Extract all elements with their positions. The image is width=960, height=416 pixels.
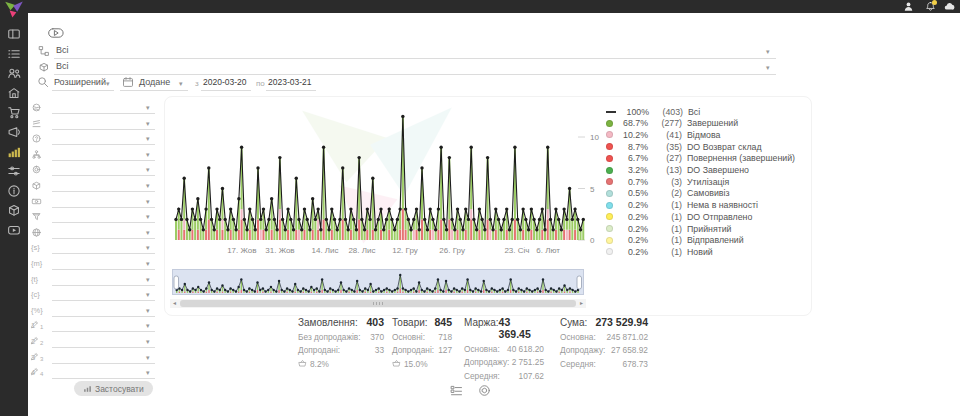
chevron-down-icon[interactable]: ▾: [146, 244, 150, 251]
stat-sub-label: Допродані:: [392, 345, 434, 355]
legend-item[interactable]: 6.7%(27)Повернення (завершений): [606, 153, 795, 164]
legend-pct: 8.7%: [618, 142, 648, 152]
filter-select-input[interactable]: [52, 131, 155, 145]
filter-select-input[interactable]: [52, 116, 155, 130]
legend-item[interactable]: 0.2%(1)DO Отправлено: [606, 211, 752, 222]
chevron-down-icon[interactable]: ▾: [179, 80, 183, 87]
filter-select-input[interactable]: [52, 272, 155, 286]
chevron-down-icon[interactable]: ▾: [146, 354, 150, 361]
legend-item[interactable]: 68.7%(277)Завершений: [606, 118, 738, 129]
stat-title-row: Товари:845: [392, 316, 452, 328]
filter-select-input[interactable]: [52, 334, 155, 348]
clients-icon: [7, 66, 21, 80]
legend-item[interactable]: 3.2%(13)DO Завершено: [606, 165, 749, 176]
apply-button[interactable]: Застосувати: [74, 381, 153, 396]
search-mode-input[interactable]: [52, 77, 114, 91]
date-to-input[interactable]: [266, 77, 316, 91]
chevron-down-icon[interactable]: ▾: [146, 369, 150, 376]
chevron-down-icon[interactable]: ▾: [106, 80, 110, 87]
legend-item[interactable]: 0.2%(1)Нема в наявності: [606, 200, 758, 211]
tag-play-icon[interactable]: [46, 26, 66, 40]
chevron-down-icon[interactable]: ▾: [146, 307, 150, 314]
sidebar-item-dashboard[interactable]: [7, 27, 21, 41]
chevron-down-icon[interactable]: ▾: [146, 229, 150, 236]
filter-select-input[interactable]: [52, 240, 155, 254]
filter-select-input[interactable]: [52, 209, 155, 223]
chevron-down-icon[interactable]: ▾: [146, 322, 150, 329]
scroll-left-button[interactable]: ◂: [170, 299, 179, 308]
legend-item[interactable]: 8.7%(35)DO Возврат склад: [606, 141, 762, 152]
chevron-down-icon[interactable]: ▾: [146, 151, 150, 158]
filter-select-input[interactable]: [52, 100, 155, 114]
legend-dot-swatch: [606, 237, 613, 244]
legend-item[interactable]: 0.7%(3)Утилізація: [606, 176, 729, 187]
category-filter-input[interactable]: [54, 61, 776, 75]
sidebar-item-products[interactable]: [7, 203, 21, 217]
orders-chart: 051017. Жов31. Жов14. Лис28. Лис12. Гру2…: [166, 96, 646, 260]
list-view-icon[interactable]: [450, 384, 463, 397]
sidebar-item-sliders[interactable]: [7, 164, 21, 178]
app-logo[interactable]: [4, 1, 24, 18]
stat-sub-label: Середня:: [464, 371, 500, 381]
filter-select-input[interactable]: [52, 225, 155, 239]
sidebar-item-store[interactable]: [7, 86, 21, 100]
svg-text:23. Січ: 23. Січ: [504, 246, 529, 255]
filter-select-input[interactable]: [52, 318, 155, 332]
stat-value: 43 369.45: [499, 316, 544, 340]
sidebar-item-megaphone[interactable]: [7, 125, 21, 139]
filter-select-input[interactable]: [52, 287, 155, 301]
brush-handle-right[interactable]: [577, 276, 582, 289]
brush-handle-left[interactable]: [174, 276, 179, 289]
chart-minimap[interactable]: [172, 269, 584, 297]
legend-count: (1): [652, 200, 682, 210]
filter-select-input[interactable]: [52, 350, 155, 364]
chevron-down-icon[interactable]: ▾: [146, 213, 150, 220]
sidebar-item-analytics[interactable]: [7, 145, 21, 159]
chevron-down-icon[interactable]: ▾: [146, 182, 150, 189]
legend-count: (13): [652, 165, 682, 175]
cloud-icon[interactable]: [944, 1, 955, 12]
cube-view-icon[interactable]: [478, 384, 491, 397]
svg-text:28. Лис: 28. Лис: [348, 246, 375, 255]
chevron-down-icon[interactable]: ▾: [146, 198, 150, 205]
chevron-down-icon[interactable]: ▾: [146, 276, 150, 283]
chevron-down-icon[interactable]: ▾: [766, 48, 770, 55]
sidebar-item-clients[interactable]: [7, 66, 21, 80]
filter-select-input[interactable]: [52, 162, 155, 176]
sidebar-item-info[interactable]: [7, 184, 21, 198]
legend-item[interactable]: 0.2%(1)Прийнятий: [606, 223, 732, 234]
date-from-input[interactable]: [201, 77, 251, 91]
filter-select-input[interactable]: [52, 147, 155, 161]
chevron-down-icon[interactable]: ▾: [146, 166, 150, 173]
chevron-down-icon[interactable]: ▾: [146, 260, 150, 267]
filter-select-input[interactable]: [52, 256, 155, 270]
chevron-down-icon[interactable]: ▾: [766, 64, 770, 71]
chevron-down-icon[interactable]: ▾: [146, 338, 150, 345]
person-icon[interactable]: [903, 1, 914, 12]
legend-dot-swatch: [606, 213, 613, 220]
scroll-thumb[interactable]: [180, 300, 576, 307]
legend-item[interactable]: 10.2%(41)Відмова: [606, 129, 720, 140]
filter-select-input[interactable]: [52, 194, 155, 208]
legend-item[interactable]: 0.2%(1)Новий: [606, 246, 713, 257]
chevron-down-icon[interactable]: ▾: [146, 291, 150, 298]
sidebar-item-orders[interactable]: [7, 47, 21, 61]
legend-item[interactable]: 0.2%(1)Відправлений: [606, 235, 744, 246]
date-field-input[interactable]: [120, 77, 188, 91]
funnel-icon: [31, 211, 42, 222]
source-filter-input[interactable]: [54, 45, 776, 59]
legend-item[interactable]: 0.5%(2)Самовивіз: [606, 188, 730, 199]
chevron-down-icon[interactable]: ▾: [146, 120, 150, 127]
filter-select-input[interactable]: [52, 365, 155, 379]
chevron-down-icon[interactable]: ▾: [146, 135, 150, 142]
filter-select-input[interactable]: [52, 178, 155, 192]
chevron-down-icon[interactable]: ▾: [146, 104, 150, 111]
chart-scrollbar[interactable]: ◂ ▸: [170, 299, 586, 308]
svg-text:26. Гру: 26. Гру: [439, 246, 465, 255]
sidebar-item-video[interactable]: [7, 223, 21, 237]
scroll-right-button[interactable]: ▸: [577, 299, 586, 308]
filter-select-input[interactable]: [52, 303, 155, 317]
legend-item[interactable]: 100%(403)Всі: [606, 106, 700, 117]
sidebar-item-cart[interactable]: [7, 105, 21, 119]
pencil-icon: [30, 367, 39, 376]
